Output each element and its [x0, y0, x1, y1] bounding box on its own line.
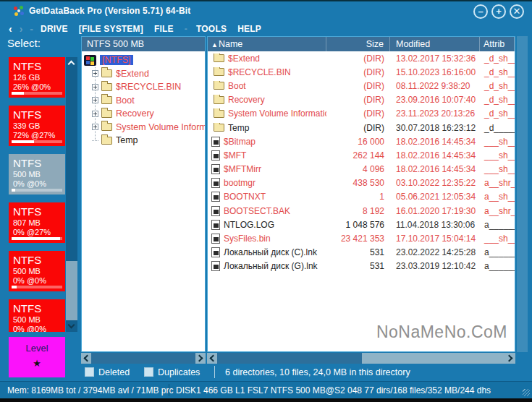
- tree-item-recycle-bin[interactable]: $RECYCLE.BIN: [82, 80, 205, 94]
- expand-plus-icon[interactable]: [92, 70, 98, 77]
- duplicates-checkbox[interactable]: [144, 367, 153, 377]
- list-header: ▲Name Size Modified Attrib: [208, 37, 515, 51]
- scrollbar-thumb[interactable]: [66, 261, 77, 320]
- scroll-up-icon[interactable]: [68, 61, 75, 68]
- tree-panel-header: NTFS 500 MB: [82, 37, 205, 51]
- file-modified-cell: 13.02.2017 15:32:36: [390, 54, 480, 64]
- column-header-modified[interactable]: Modified: [390, 37, 480, 51]
- maximize-button[interactable]: +: [491, 4, 506, 19]
- tree-item-system-volume-informat[interactable]: System Volume Informat: [82, 121, 205, 134]
- file-attrib-cell: a__sh__: [480, 192, 515, 202]
- file-attrib-cell: a______: [480, 261, 515, 271]
- partition-usage-label: 0% @0%: [13, 179, 61, 189]
- folder-icon: [214, 68, 224, 76]
- file-row[interactable]: BOOTSECT.BAK8 19216.01.2020 17:19:30a__s…: [208, 204, 515, 218]
- tree-item-label: $Extend: [116, 69, 149, 79]
- file-row[interactable]: NTLOG.LOG1 048 57611.04.2018 13:30:06a__…: [208, 218, 515, 231]
- scrollbar-thumb[interactable]: [217, 353, 362, 364]
- partition-usage-label: 0% @27%: [13, 228, 61, 237]
- menu-item-drive[interactable]: DRIVE: [41, 24, 68, 34]
- expand-plus-icon[interactable]: [92, 111, 98, 117]
- partition-tile-3[interactable]: NTFS500 MB0% @0%: [9, 154, 65, 194]
- scroll-left-icon[interactable]: [84, 355, 91, 362]
- tree-item-boot[interactable]: Boot: [82, 94, 205, 108]
- menu-item-help[interactable]: HELP: [237, 24, 261, 34]
- file-modified-cell: 11.04.2018 13:30:06: [390, 220, 480, 230]
- file-name: BOOTNXT: [224, 192, 266, 202]
- deleted-checkbox[interactable]: [85, 367, 94, 377]
- file-row[interactable]: Temp(DIR)30.07.2018 16:23:12_d_____: [208, 121, 515, 134]
- file-row[interactable]: Локальный диск (C).lnk53123.02.2022 14:2…: [208, 246, 515, 260]
- back-button[interactable]: ‹: [9, 24, 12, 34]
- file-name-cell: Локальный диск (G).lnk: [208, 261, 326, 271]
- partition-tile-5[interactable]: NTFS500 MB0% @0%: [9, 251, 65, 291]
- scroll-down-icon[interactable]: [68, 322, 75, 329]
- list-hscrollbar[interactable]: [207, 353, 515, 364]
- file-row[interactable]: SysFiles.bin23 421 35317.10.2017 15:04:1…: [208, 231, 515, 245]
- file-name-cell: $Extend: [208, 54, 326, 64]
- close-button[interactable]: ✕: [510, 4, 524, 19]
- file-name-cell: BOOTNXT: [208, 192, 326, 202]
- expand-plus-icon[interactable]: [92, 124, 98, 130]
- menu-item-file[interactable]: FILE: [154, 24, 174, 34]
- titlebar[interactable]: GetDataBack Pro (Version 5.71) 64-Bit – …: [0, 1, 532, 20]
- partition-tile-6[interactable]: NTFS500 MB0% @0%: [9, 299, 65, 332]
- memory-status: Mem: 8169MB tot / 3794MB avl / 71MB prc: [7, 385, 173, 395]
- file-icon: [211, 220, 220, 230]
- tree-item-temp[interactable]: Temp: [82, 134, 205, 147]
- partition-size-label: 500 MB: [13, 266, 61, 276]
- file-row[interactable]: $Bitmap16 00018.02.2016 14:45:34___sh__: [208, 134, 515, 148]
- file-attrib-cell: _d_sh__: [480, 54, 515, 64]
- sidebar-scrollbar[interactable]: [66, 57, 77, 332]
- file-row[interactable]: $MFT262 14418.02.2016 14:45:34___sh__: [208, 148, 515, 162]
- forward-button[interactable]: ›: [20, 24, 23, 34]
- maximize-icon: +: [496, 6, 502, 17]
- column-header-attrib[interactable]: Attrib: [480, 37, 515, 51]
- scrollbar-thumb[interactable]: [91, 353, 195, 364]
- file-row[interactable]: $Extend(DIR)13.02.2017 15:32:36_d_sh__: [208, 51, 515, 65]
- file-row[interactable]: Локальный диск (G).lnk53123.03.2019 12:1…: [208, 260, 515, 273]
- menu-item-tools[interactable]: TOOLS: [196, 24, 227, 34]
- partition-progress-bar: [12, 237, 62, 240]
- partition-fs-label: NTFS: [13, 157, 61, 169]
- file-name-cell: $Bitmap: [208, 137, 326, 147]
- file-row[interactable]: $RECYCLE.BIN(DIR)15.10.2023 16:16:00_d_s…: [208, 65, 515, 79]
- folder-icon: [101, 123, 112, 131]
- app-window: GetDataBack Pro (Version 5.71) 64-Bit – …: [0, 0, 532, 402]
- scroll-right-icon[interactable]: [196, 355, 203, 362]
- file-row[interactable]: bootmgr438 53003.10.2022 12:35:22a__shr_: [208, 176, 515, 190]
- file-row[interactable]: $MFTMirr4 09618.02.2016 14:45:34___sh__: [208, 163, 515, 176]
- partition-usage-label: 26% @0%: [13, 82, 61, 92]
- column-header-name[interactable]: ▲Name: [208, 37, 326, 51]
- duplicates-checkbox-label: Duplicates: [158, 367, 200, 377]
- tree-item-extend[interactable]: $Extend: [82, 67, 205, 81]
- resize-grip-icon[interactable]: [523, 389, 530, 396]
- partition-tile-4[interactable]: NTFS807 MB0% @27%: [9, 202, 65, 243]
- scroll-left-icon[interactable]: [210, 355, 217, 362]
- menu-item-file-system[interactable]: [FILE SYSTEM]: [79, 24, 143, 34]
- minimize-icon: –: [478, 6, 483, 17]
- file-size-cell: (DIR): [326, 108, 390, 119]
- file-modified-cell: 23.03.2019 12:10:42: [390, 261, 480, 271]
- minimize-button[interactable]: –: [473, 4, 488, 19]
- expand-plus-icon[interactable]: [92, 84, 98, 90]
- file-attrib-cell: _d_sh__: [480, 67, 515, 77]
- file-modified-cell: 18.02.2016 14:45:34: [390, 150, 480, 161]
- partition-tile-1[interactable]: NTFS126 GB26% @0%: [9, 57, 65, 98]
- file-row[interactable]: System Volume Information(DIR)23.11.2023…: [208, 107, 515, 121]
- file-size-cell: 1 048 576: [326, 220, 390, 230]
- folder-icon: [214, 54, 224, 62]
- file-row[interactable]: Boot(DIR)08.11.2022 9:38:20_d_sh__: [208, 79, 515, 93]
- list-vscrollbar[interactable]: [517, 36, 528, 352]
- file-row[interactable]: Recovery(DIR)23.09.2016 10:07:40_d_sh__: [208, 93, 515, 107]
- partition-usage-label: 0% @0%: [13, 276, 61, 286]
- file-row[interactable]: BOOTNXT105.06.2021 12:05:34a__sh__: [208, 190, 515, 204]
- column-header-size[interactable]: Size: [326, 37, 390, 51]
- scroll-right-icon[interactable]: [506, 355, 513, 362]
- tree-hscrollbar[interactable]: [81, 353, 206, 364]
- tree-root-item[interactable]: [NTFS]: [82, 54, 205, 67]
- partition-tile-2[interactable]: NTFS339 GB72% @27%: [9, 106, 65, 146]
- file-attrib-cell: a__shr_: [480, 206, 515, 216]
- tree-item-recovery[interactable]: Recovery: [82, 107, 205, 121]
- expand-plus-icon[interactable]: [92, 97, 98, 103]
